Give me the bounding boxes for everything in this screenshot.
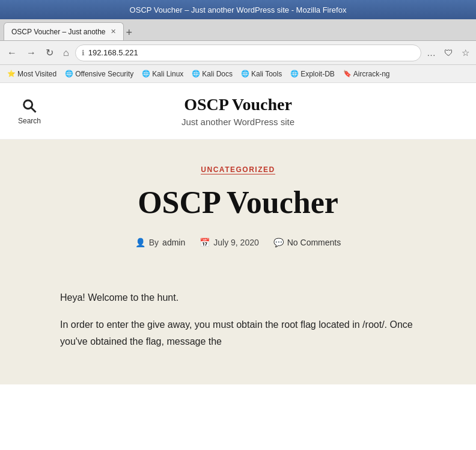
titlebar-text: OSCP Voucher – Just another WordPress si… [130, 5, 347, 14]
bookmark-kali-tools[interactable]: 🌐 Kali Tools [239, 69, 284, 79]
bookmark-aircrack-ng[interactable]: 🔖 Aircrack-ng [341, 69, 392, 79]
site-title: OSCP Voucher [182, 95, 294, 114]
bookmark-label: Aircrack-ng [353, 70, 390, 78]
tab-close-button[interactable]: ✕ [111, 28, 116, 35]
bookmark-label: Most Visited [17, 70, 56, 78]
post-author-link[interactable]: admin [162, 238, 185, 247]
address-bar[interactable]: ℹ 192.168.5.221 [75, 45, 421, 61]
post-comments-meta: 💬 No Comments [273, 238, 341, 247]
site-header: Search OSCP Voucher Just another WordPre… [0, 83, 476, 140]
bookmark-label: Kali Linux [152, 70, 183, 78]
active-tab[interactable]: OSCP Voucher – Just anothe ✕ [4, 22, 124, 40]
globe-icon-4: 🌐 [290, 70, 299, 78]
bookmark-offensive-security[interactable]: 🌐 Offensive Security [63, 69, 136, 79]
bookmark-label: Kali Docs [202, 70, 233, 78]
svg-point-0 [24, 100, 32, 108]
bookmark-icon: 🔖 [343, 70, 352, 78]
bookmark-kali-docs[interactable]: 🌐 Kali Docs [189, 69, 235, 79]
browser-titlebar: OSCP Voucher – Just another WordPress si… [0, 0, 476, 19]
bookmark-kali-linux[interactable]: 🌐 Kali Linux [139, 69, 186, 79]
globe-icon-1: 🌐 [142, 70, 150, 78]
browser-tabbar: OSCP Voucher – Just anothe ✕ + [0, 19, 476, 41]
search-label: Search [18, 117, 41, 125]
bookmark-label: Kali Tools [251, 70, 282, 78]
nav-icons: … 🛡 ☆ [424, 46, 472, 60]
post-meta: 👤 By admin 📅 July 9, 2020 💬 No Comments [18, 238, 458, 247]
bookmark-exploit-db[interactable]: 🌐 Exploit-DB [288, 69, 337, 79]
new-tab-button[interactable]: + [126, 26, 133, 39]
bookmark-star-button[interactable]: ☆ [459, 46, 472, 60]
svg-line-1 [31, 107, 36, 112]
star-icon: ⭐ [7, 70, 16, 78]
site-title-block: OSCP Voucher Just another WordPress site [182, 95, 294, 127]
post-author-meta: 👤 By admin [135, 238, 185, 247]
globe-icon-0: 🌐 [65, 70, 73, 78]
post-comments-link[interactable]: No Comments [287, 238, 341, 247]
browser-navbar: ← → ↻ ⌂ ℹ 192.168.5.221 … 🛡 ☆ [0, 41, 476, 65]
globe-icon-3: 🌐 [241, 70, 249, 78]
bookmark-most-visited[interactable]: ⭐ Most Visited [5, 69, 59, 79]
bookmark-label: Exploit-DB [301, 70, 335, 78]
home-button[interactable]: ⌂ [60, 45, 73, 61]
info-icon: ℹ [82, 49, 85, 57]
shield-button[interactable]: 🛡 [441, 46, 456, 60]
post-date-meta: 📅 July 9, 2020 [200, 238, 259, 247]
globe-icon-2: 🌐 [192, 70, 200, 78]
bookmark-label: Offensive Security [75, 70, 133, 78]
address-text: 192.168.5.221 [88, 48, 415, 57]
calendar-icon: 📅 [200, 238, 210, 247]
comment-icon: 💬 [273, 238, 284, 247]
post-content-area: Heya! Welcome to the hunt. In order to e… [0, 271, 476, 384]
bookmarks-bar: ⭐ Most Visited 🌐 Offensive Security 🌐 Ka… [0, 65, 476, 83]
back-button[interactable]: ← [4, 45, 20, 61]
author-icon: 👤 [135, 238, 145, 247]
forward-button[interactable]: → [23, 45, 40, 61]
post-paragraph-2: In order to enter the give away, you mus… [60, 316, 416, 349]
search-icon [21, 97, 38, 114]
post-category: UNCATEGORIZED [18, 164, 458, 174]
post-date: July 9, 2020 [213, 238, 259, 247]
more-button[interactable]: … [424, 46, 439, 60]
refresh-button[interactable]: ↻ [42, 45, 57, 61]
post-paragraph-1: Heya! Welcome to the hunt. [60, 289, 416, 306]
post-author-by: By [149, 238, 159, 247]
post-area: UNCATEGORIZED OSCP Voucher 👤 By admin 📅 … [0, 140, 476, 271]
category-link[interactable]: UNCATEGORIZED [201, 165, 275, 174]
search-button[interactable]: Search [18, 97, 41, 125]
site-tagline: Just another WordPress site [182, 117, 294, 127]
post-title: OSCP Voucher [18, 185, 458, 220]
tab-label: OSCP Voucher – Just anothe [11, 28, 106, 36]
